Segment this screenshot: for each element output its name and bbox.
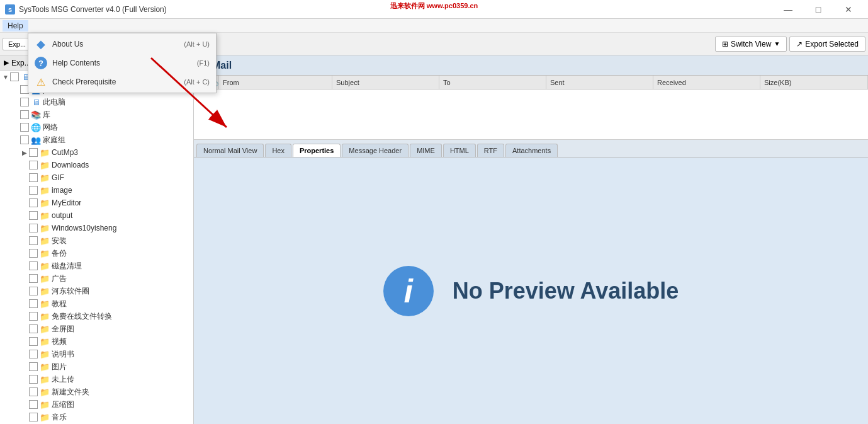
- tree-item-homegroup[interactable]: 👥 家庭组: [0, 134, 193, 146]
- tree-item-computer[interactable]: 🖥 此电脑: [0, 96, 193, 108]
- checkbox-video[interactable]: [29, 337, 38, 346]
- checkbox-myeditor[interactable]: [29, 198, 38, 207]
- tree-item-diskclean[interactable]: 📁 磁盘清理: [0, 260, 193, 272]
- checkbox-network[interactable]: [20, 123, 29, 132]
- switch-view-button[interactable]: ⊞ Switch View ▼: [715, 37, 787, 52]
- tree-item-windows10yisheng[interactable]: 📁 Windows10yisheng: [0, 222, 193, 234]
- tree-item-cutmp3[interactable]: ▶ 📁 CutMp3: [0, 146, 193, 159]
- tree-item-downloads[interactable]: 📁 Downloads: [0, 159, 193, 171]
- tree-item-label-compressed: 压缩图: [52, 399, 74, 410]
- export-selected-button[interactable]: ↗ Export Selected: [789, 37, 865, 52]
- minimize-button[interactable]: —: [774, 0, 803, 19]
- tree-item-label-gif: GIF: [52, 173, 64, 182]
- folder-icon-windows10yisheng: 📁: [40, 224, 50, 232]
- tree-item-gif[interactable]: 📁 GIF: [0, 171, 193, 184]
- tree-item-images[interactable]: 📁 图片: [0, 360, 193, 373]
- tree-expand-icon: ▶: [4, 59, 9, 67]
- checkbox-library[interactable]: [20, 110, 29, 119]
- checkbox-images[interactable]: [29, 362, 38, 371]
- col-from[interactable]: From: [219, 76, 332, 89]
- tree-item-image[interactable]: 📁 image: [0, 184, 193, 197]
- tree-item-network[interactable]: 🌐 网络: [0, 121, 193, 134]
- checkbox-downloads[interactable]: [29, 161, 38, 169]
- help-dropdown: ◆ About Us (Alt + U) ? Help Contents (F1…: [28, 33, 217, 93]
- checkbox-manual[interactable]: [29, 350, 38, 358]
- tree-item-backup[interactable]: 📁 备份: [0, 247, 193, 260]
- help-menu-contents[interactable]: ? Help Contents (F1): [28, 54, 216, 72]
- tree-item-label-library: 库: [43, 110, 50, 120]
- tree-item-label-install: 安装: [52, 236, 67, 246]
- tree-item-hedong[interactable]: 📁 河东软件圈: [0, 285, 193, 297]
- help-menu-prereq[interactable]: ⚠ Check Prerequisite (Alt + C): [28, 72, 216, 91]
- tree-item-label-output: output: [52, 211, 72, 220]
- checkbox-compressed[interactable]: [29, 400, 38, 409]
- col-to[interactable]: To: [439, 76, 546, 89]
- checkbox-newfolder[interactable]: [29, 387, 38, 396]
- folder-icon-gif: 📁: [40, 173, 50, 182]
- col-received[interactable]: Received: [653, 76, 760, 89]
- tree-item-label-homegroup: 家庭组: [43, 135, 65, 146]
- checkbox-tutorial[interactable]: [29, 299, 38, 308]
- title-bar: S SysTools MSG Converter v4.0 (Full Vers…: [0, 0, 868, 19]
- checkbox-freeconvert[interactable]: [29, 312, 38, 321]
- tab-hex[interactable]: Hex: [265, 144, 291, 157]
- checkbox-install[interactable]: [29, 236, 38, 245]
- folder-icon-diskclean: 📁: [40, 261, 50, 270]
- checkbox-ads[interactable]: [29, 274, 38, 283]
- checkbox-fullscreen[interactable]: [29, 324, 38, 333]
- tab-rtf[interactable]: RTF: [477, 144, 504, 157]
- tree-item-myeditor[interactable]: 📁 MyEditor: [0, 197, 193, 209]
- tree-item-music[interactable]: 📁 音乐: [0, 411, 193, 423]
- col-sent[interactable]: Sent: [546, 76, 653, 89]
- tab-normal-mail-view[interactable]: Normal Mail View: [196, 144, 264, 157]
- tree-item-ads[interactable]: 📁 广告: [0, 272, 193, 285]
- checkbox-image[interactable]: [29, 186, 38, 195]
- tree-item-freeconvert[interactable]: 📁 免费在线文件转换: [0, 310, 193, 323]
- col-subject[interactable]: Subject: [332, 76, 439, 89]
- checkbox-diskclean[interactable]: [29, 261, 38, 270]
- tree-item-video[interactable]: 📁 视频: [0, 335, 193, 348]
- checkbox-music[interactable]: [29, 413, 38, 421]
- tree-item-compressed[interactable]: 📁 压缩图: [0, 398, 193, 411]
- tree-item-manual[interactable]: 📁 说明书: [0, 348, 193, 360]
- tree-item-notuploaded[interactable]: 📁 未上传: [0, 373, 193, 386]
- export-icon: ↗: [796, 40, 803, 49]
- tree-item-label-windows10yisheng: Windows10yisheng: [52, 224, 116, 232]
- checkbox-output[interactable]: [29, 211, 38, 220]
- checkbox-notuploaded[interactable]: [29, 375, 38, 384]
- tab-message-header[interactable]: Message Header: [342, 144, 409, 157]
- checkbox-root[interactable]: [10, 72, 19, 81]
- tab-attachments[interactable]: Attachments: [505, 144, 558, 157]
- checkbox-computer[interactable]: [20, 98, 29, 106]
- checkbox-gif[interactable]: [29, 173, 38, 182]
- preview-area: i No Preview Available: [194, 158, 868, 424]
- help-shortcut: (F1): [197, 59, 210, 67]
- tab-html[interactable]: HTML: [443, 144, 476, 157]
- tree-item-fullscreen[interactable]: 📁 全屏图: [0, 323, 193, 335]
- checkbox-homegroup[interactable]: [20, 135, 29, 144]
- svg-text:S: S: [8, 7, 12, 13]
- window-title: SysTools MSG Converter v4.0 (Full Versio…: [19, 5, 167, 14]
- tab-mime[interactable]: MIME: [410, 144, 442, 157]
- close-button[interactable]: ✕: [834, 0, 863, 19]
- checkbox-windows10yisheng[interactable]: [29, 224, 38, 232]
- tree-item-label-newfolder: 新建文件夹: [52, 387, 89, 398]
- col-size[interactable]: Size(KB): [760, 76, 868, 89]
- tree-item-library[interactable]: 📚 库: [0, 108, 193, 121]
- checkbox-hedong[interactable]: [29, 287, 38, 295]
- tree-item-tutorial[interactable]: 📁 教程: [0, 297, 193, 310]
- checkbox-backup[interactable]: [29, 249, 38, 258]
- tree-item-label-downloads: Downloads: [52, 161, 89, 169]
- export-selected-label: Export Selected: [805, 40, 859, 49]
- checkbox-cutmp3[interactable]: [29, 148, 38, 157]
- tree-item-install[interactable]: 📁 安装: [0, 234, 193, 247]
- maximize-button[interactable]: □: [804, 0, 833, 19]
- tab-properties[interactable]: Properties: [293, 144, 341, 157]
- tree-item-newfolder[interactable]: 📁 新建文件夹: [0, 386, 193, 398]
- folder-icon-ads: 📁: [40, 274, 50, 283]
- help-menu-about[interactable]: ◆ About Us (Alt + U): [28, 35, 216, 54]
- right-panel: ✉ Mail 📎 From Subject To Sent Received S…: [194, 55, 868, 424]
- tree-item-output[interactable]: 📁 output: [0, 209, 193, 222]
- mail-table-header: 📎 From Subject To Sent Received Size(KB): [194, 76, 868, 89]
- menu-item-help[interactable]: Help: [3, 20, 28, 32]
